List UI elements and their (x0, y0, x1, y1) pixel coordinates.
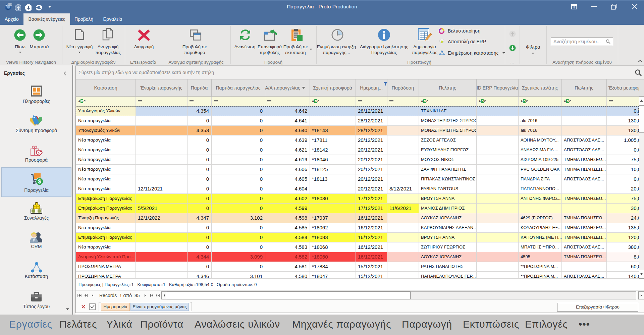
svg-text:A: A (521, 100, 523, 103)
svg-text:B: B (424, 100, 426, 103)
svg-text:C: C (426, 100, 428, 103)
svg-text:A: A (78, 100, 80, 103)
svg-text:C: C (569, 100, 571, 103)
svg-text:C: C (84, 100, 86, 103)
svg-text:B: B (524, 100, 526, 103)
svg-text:$: $ (38, 179, 41, 184)
svg-text:B: B (567, 100, 569, 103)
svg-text:A: A (421, 100, 423, 103)
svg-text:B: B (315, 100, 317, 103)
svg-text:A: A (312, 100, 314, 103)
svg-text:C: C (484, 100, 486, 103)
svg-text:B: B (482, 100, 484, 103)
svg-text:B: B (81, 100, 83, 103)
svg-text:C: C (526, 100, 528, 103)
svg-text:C: C (317, 100, 319, 103)
svg-text:A: A (479, 100, 481, 103)
svg-text:A: A (564, 100, 566, 103)
